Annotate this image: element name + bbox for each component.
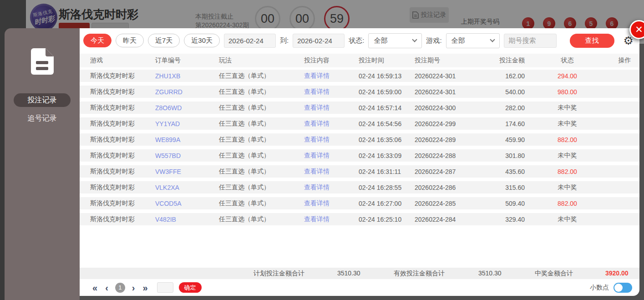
quick-range-button[interactable]: 近7天 — [148, 34, 180, 47]
table-header: 游戏订单编号玩法投注内容投注时间投注期号投注金额状态操作 — [80, 54, 639, 67]
view-details-link[interactable]: 查看详情 — [304, 72, 359, 80]
cell-order-id-link[interactable]: VLK2XA — [155, 184, 219, 191]
view-details-link[interactable]: 查看详情 — [304, 183, 359, 192]
cell-order-id-link[interactable]: YY1YAD — [155, 120, 219, 127]
table-row: 斯洛伐克时时彩 ZHU1XB 任三直选（单式） 查看详情 02-24 16:59… — [80, 70, 639, 82]
table-row: 斯洛伐克时时彩 V482IB 任三直选（单式） 查看详情 02-24 16:25… — [80, 213, 639, 225]
cell-play-type: 任三直选（单式） — [219, 183, 304, 192]
cell-game: 斯洛伐克时时彩 — [80, 120, 155, 128]
page-jump-input[interactable] — [157, 282, 173, 293]
chevron-down-icon — [412, 37, 417, 42]
bet-records-dialog: 今天昨天近7天近30天 2026-02-24 到: 2026-02-24 状态:… — [80, 28, 639, 296]
cell-status: 未中奖 — [525, 104, 610, 112]
win-total-value: 3920.00 — [605, 269, 629, 277]
page-jump-confirm-button[interactable]: 确定 — [179, 282, 202, 293]
search-button[interactable]: 查找 — [570, 34, 614, 48]
column-header: 操作 — [610, 56, 639, 65]
cell-status: 882.00 — [525, 136, 610, 143]
status-label: 状态: — [349, 36, 364, 45]
cell-game: 斯洛伐克时时彩 — [80, 152, 155, 160]
cell-order-id-link[interactable]: ZHU1XB — [155, 72, 219, 80]
game-select[interactable]: 全部 — [446, 33, 500, 48]
first-page-icon[interactable]: « — [92, 283, 97, 292]
cell-order-id-link[interactable]: W557BD — [155, 152, 219, 159]
cell-order-id-link[interactable]: VW3FFE — [155, 168, 219, 175]
decimal-toggle[interactable] — [614, 283, 632, 293]
cell-status: 294.00 — [525, 72, 610, 80]
cell-status: 882.00 — [525, 200, 610, 207]
next-page-icon[interactable]: › — [132, 283, 135, 292]
view-details-link[interactable]: 查看详情 — [304, 88, 359, 96]
cell-period: 20260224-287 — [415, 168, 484, 175]
table-row: 斯洛伐克时时彩 W557BD 任三直选（单式） 查看详情 02-24 16:33… — [80, 149, 639, 162]
cell-status: 未中奖 — [525, 120, 610, 128]
cell-amount: 509.40 — [484, 200, 525, 207]
cell-period: 20260224-301 — [415, 88, 484, 96]
sidebar-item-bet-records[interactable]: 投注记录 — [14, 93, 71, 107]
status-select[interactable]: 全部 — [368, 33, 422, 48]
cell-bet-time: 02-24 16:27:00 — [359, 200, 415, 207]
decimal-toggle-label: 小数点 — [590, 284, 609, 292]
quick-range-button[interactable]: 近30天 — [184, 34, 220, 47]
cell-game: 斯洛伐克时时彩 — [80, 72, 155, 80]
cell-period: 20260224-288 — [415, 152, 484, 159]
quick-range-button[interactable]: 昨天 — [116, 34, 144, 47]
chevron-down-icon — [490, 37, 495, 42]
view-details-link[interactable]: 查看详情 — [304, 120, 359, 128]
table-row: 斯洛伐克时时彩 VW3FFE 任三直选（单式） 查看详情 02-24 16:31… — [80, 165, 639, 178]
cell-game: 斯洛伐克时时彩 — [80, 136, 155, 144]
bet-record-icon — [30, 48, 54, 75]
cell-status: 882.00 — [525, 168, 610, 175]
cell-play-type: 任三直选（单式） — [219, 168, 304, 176]
cell-bet-time: 02-24 16:54:56 — [359, 120, 415, 127]
current-page-badge[interactable]: 1 — [115, 283, 125, 293]
cell-amount: 435.60 — [484, 168, 525, 175]
table-row: 斯洛伐克时时彩 ZGURRD 任三直选（单式） 查看详情 02-24 16:59… — [80, 86, 639, 98]
cell-play-type: 任三直选（单式） — [219, 199, 304, 208]
cell-order-id-link[interactable]: WE899A — [155, 136, 219, 143]
pagination-bar: « ‹ 1 › » 确定 小数点 — [80, 279, 639, 296]
cell-bet-time: 02-24 16:35:06 — [359, 136, 415, 143]
cell-amount: 459.90 — [484, 136, 525, 143]
cell-play-type: 任三直选（单式） — [219, 136, 304, 144]
view-details-link[interactable]: 查看详情 — [304, 104, 359, 112]
view-details-link[interactable]: 查看详情 — [304, 168, 359, 176]
view-details-link[interactable]: 查看详情 — [304, 199, 359, 208]
period-search-input[interactable]: 期号搜索 — [504, 34, 557, 48]
cell-bet-time: 02-24 16:57:14 — [359, 104, 415, 112]
cell-order-id-link[interactable]: Z8O6WD — [155, 104, 219, 112]
cell-game: 斯洛伐克时时彩 — [80, 104, 155, 112]
cell-play-type: 任三直选（单式） — [219, 152, 304, 160]
view-details-link[interactable]: 查看详情 — [304, 152, 359, 160]
table-row: 斯洛伐克时时彩 Z8O6WD 任三直选（单式） 查看详情 02-24 16:57… — [80, 102, 639, 114]
cell-bet-time: 02-24 16:59:13 — [359, 72, 415, 80]
date-from-input[interactable]: 2026-02-24 — [224, 34, 276, 48]
cell-game: 斯洛伐克时时彩 — [80, 183, 155, 192]
last-page-icon[interactable]: » — [142, 283, 147, 292]
cell-play-type: 任三直选（单式） — [219, 120, 304, 128]
cell-period: 20260224-284 — [415, 216, 484, 223]
prev-page-icon[interactable]: ‹ — [105, 283, 108, 292]
table-row: 斯洛伐克时时彩 VCOD5A 任三直选（单式） 查看详情 02-24 16:27… — [80, 197, 639, 209]
quick-range-button[interactable]: 今天 — [83, 34, 112, 47]
cell-period: 20260224-299 — [415, 120, 484, 127]
planned-total-value: 3510.30 — [337, 269, 360, 277]
cell-amount: 315.60 — [484, 184, 525, 191]
cell-status: 未中奖 — [525, 215, 610, 224]
cell-order-id-link[interactable]: V482IB — [155, 216, 219, 223]
cell-order-id-link[interactable]: VCOD5A — [155, 200, 219, 207]
date-to-input[interactable]: 2026-02-24 — [293, 34, 345, 48]
table-body: 斯洛伐克时时彩 ZHU1XB 任三直选（单式） 查看详情 02-24 16:59… — [80, 70, 639, 229]
quick-range-buttons: 今天昨天近7天近30天 — [83, 34, 220, 47]
view-details-link[interactable]: 查看详情 — [304, 215, 359, 224]
filter-bar: 今天昨天近7天近30天 2026-02-24 到: 2026-02-24 状态:… — [83, 32, 636, 49]
view-details-link[interactable]: 查看详情 — [304, 136, 359, 144]
cell-amount: 329.40 — [484, 216, 525, 223]
cell-order-id-link[interactable]: ZGURRD — [155, 88, 219, 96]
sidebar-item-chase-records[interactable]: 追号记录 — [5, 112, 80, 124]
cell-amount: 282.00 — [484, 104, 525, 112]
cell-bet-time: 02-24 16:31:11 — [359, 168, 415, 175]
toggle-knob — [614, 284, 623, 292]
cell-game: 斯洛伐克时时彩 — [80, 199, 155, 208]
modal-sidebar: 投注记录 追号记录 — [5, 28, 80, 300]
